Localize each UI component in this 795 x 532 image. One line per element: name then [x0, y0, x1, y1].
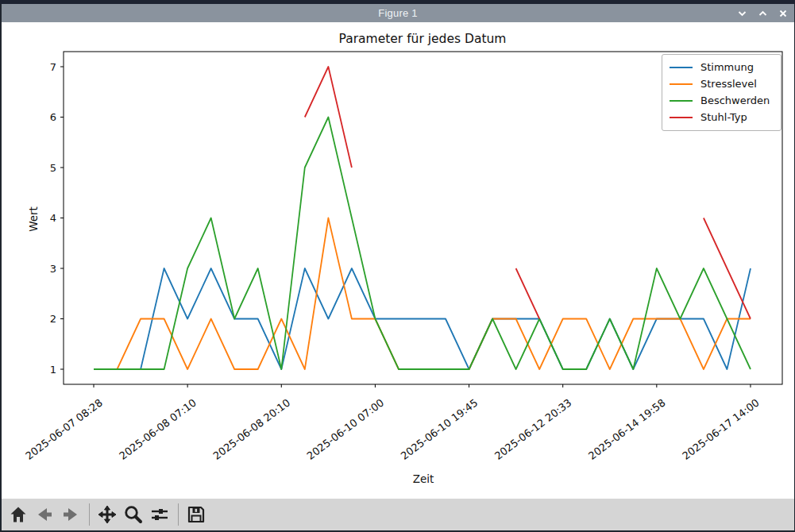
legend-line-swatch	[670, 83, 693, 85]
pan-icon	[97, 504, 118, 525]
y-tick-label: 1	[50, 364, 56, 376]
x-tick-label: 2025-06-17 14:00	[680, 396, 762, 461]
chart-title: Parameter für jedes Datum	[339, 32, 507, 46]
x-tick-label: 2025-06-07 08:28	[23, 396, 105, 461]
series-line-beschwerden	[94, 118, 751, 370]
legend-label: Stimmung	[700, 61, 754, 73]
window-title: Figure 1	[378, 7, 417, 19]
y-tick-label: 4	[50, 212, 56, 224]
y-tick-label: 7	[50, 61, 56, 73]
save-button[interactable]	[186, 503, 206, 526]
x-tick-label: 2025-06-08 07:10	[117, 396, 199, 461]
chevron-up-icon	[758, 10, 767, 17]
x-tick-label: 2025-06-12 20:33	[492, 396, 574, 461]
legend-label: Beschwerden	[700, 94, 770, 106]
y-axis-label: Wert	[27, 206, 40, 232]
legend-line-swatch	[670, 100, 693, 102]
matplotlib-toolbar	[2, 499, 794, 530]
configure-subplots-button[interactable]	[149, 503, 170, 526]
y-tick-label: 3	[50, 263, 56, 275]
zoom-to-rect-icon	[123, 504, 144, 525]
back-icon	[35, 505, 54, 524]
legend-item: Beschwerden	[670, 92, 774, 109]
y-tick-label: 6	[50, 111, 56, 123]
window-border-left	[0, 4, 2, 532]
toolbar-separator	[89, 503, 90, 526]
close-button[interactable]	[777, 7, 789, 20]
x-tick-label: 2025-06-08 20:10	[210, 396, 292, 461]
chevron-down-icon	[738, 10, 747, 17]
legend-label: Stresslevel	[700, 78, 757, 90]
pan-button[interactable]	[97, 503, 118, 526]
y-tick-label: 5	[50, 162, 56, 174]
legend-item: Stuhl-Typ	[670, 109, 774, 125]
close-icon	[779, 10, 787, 17]
back-button[interactable]	[34, 503, 55, 526]
home-icon	[9, 505, 28, 524]
legend-line-swatch	[670, 117, 693, 118]
configure-subplots-icon	[149, 504, 170, 525]
legend-item: Stimmung	[670, 59, 774, 75]
forward-button[interactable]	[60, 503, 81, 526]
window-titlebar[interactable]: Figure 1	[2, 4, 794, 22]
window-controls	[735, 4, 789, 22]
chart-legend: StimmungStresslevelBeschwerdenStuhl-Typ	[662, 54, 781, 131]
y-tick-label: 2	[50, 313, 56, 325]
home-button[interactable]	[8, 503, 29, 526]
x-tick-label: 2025-06-10 19:45	[399, 396, 480, 461]
zoom-to-rect-button[interactable]	[123, 503, 144, 526]
save-icon	[186, 504, 206, 525]
x-tick-label: 2025-06-10 07:00	[305, 396, 387, 461]
legend-item: Stresslevel	[670, 75, 774, 92]
series-line-stresslevel	[94, 218, 751, 370]
toolbar-separator	[178, 503, 179, 526]
legend-label: Stuhl-Typ	[700, 111, 747, 123]
x-tick-label: 2025-06-14 19:58	[586, 396, 668, 461]
maximize-button[interactable]	[756, 7, 769, 20]
x-axis-label: Zeit	[413, 472, 434, 485]
forward-icon	[61, 505, 80, 524]
shade-button[interactable]	[735, 7, 748, 20]
legend-line-swatch	[670, 67, 693, 68]
